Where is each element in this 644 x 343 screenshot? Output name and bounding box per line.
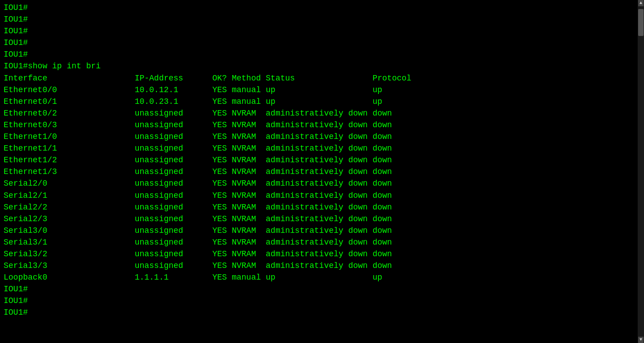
- scrollbar[interactable]: ▲ ▼: [638, 0, 644, 343]
- terminal-line: Serial3/0 unassigned YES NVRAM administr…: [4, 225, 640, 236]
- terminal-line: IOU1#: [4, 2, 640, 13]
- terminal-line: Ethernet0/0 10.0.12.1 YES manual up up: [4, 84, 640, 96]
- terminal-line: Ethernet0/3 unassigned YES NVRAM adminis…: [4, 119, 640, 131]
- terminal-line: Serial2/0 unassigned YES NVRAM administr…: [4, 178, 640, 189]
- terminal-line: Serial2/2 unassigned YES NVRAM administr…: [4, 201, 640, 213]
- terminal-line: Serial2/1 unassigned YES NVRAM administr…: [4, 190, 640, 201]
- terminal-line: IOU1#: [4, 283, 640, 295]
- terminal-line: Ethernet1/0 unassigned YES NVRAM adminis…: [4, 131, 640, 143]
- terminal-line: Ethernet0/2 unassigned YES NVRAM adminis…: [4, 107, 640, 119]
- terminal-line: Serial2/3 unassigned YES NVRAM administr…: [4, 213, 640, 225]
- scrollbar-arrow-up[interactable]: ▲: [638, 0, 644, 6]
- scrollbar-thumb[interactable]: [638, 9, 644, 36]
- terminal-line: IOU1#: [4, 13, 640, 25]
- terminal-line: Ethernet1/3 unassigned YES NVRAM adminis…: [4, 166, 640, 178]
- terminal-line: IOU1#: [4, 307, 640, 318]
- terminal-line: Serial3/3 unassigned YES NVRAM administr…: [4, 260, 640, 272]
- terminal-line: IOU1#show ip int bri: [4, 60, 640, 72]
- terminal-line: Ethernet1/2 unassigned YES NVRAM adminis…: [4, 154, 640, 166]
- terminal-line: Loopback0 1.1.1.1 YES manual up up: [4, 272, 640, 283]
- scrollbar-arrow-down[interactable]: ▼: [638, 337, 644, 343]
- terminal-line: Interface IP-Address OK? Method Status P…: [4, 72, 640, 84]
- terminal-line: IOU1#: [4, 49, 640, 60]
- terminal-line: IOU1#: [4, 25, 640, 37]
- terminal-line: Serial3/1 unassigned YES NVRAM administr…: [4, 236, 640, 248]
- terminal-line: IOU1#: [4, 295, 640, 307]
- terminal-line: Serial3/2 unassigned YES NVRAM administr…: [4, 248, 640, 260]
- terminal-line: Ethernet1/1 unassigned YES NVRAM adminis…: [4, 143, 640, 154]
- terminal-output[interactable]: IOU1#IOU1#IOU1#IOU1#IOU1#IOU1#show ip in…: [0, 0, 644, 321]
- terminal-line: Ethernet0/1 10.0.23.1 YES manual up up: [4, 96, 640, 107]
- terminal-line: IOU1#: [4, 37, 640, 49]
